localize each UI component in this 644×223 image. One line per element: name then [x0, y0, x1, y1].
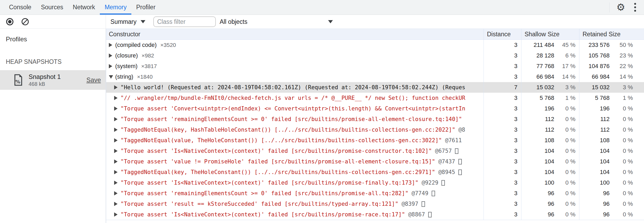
table-row[interactable]: (compiled code)×35203211 48445 %233 5765… — [106, 40, 644, 50]
retained-size-percent: 0 % — [610, 190, 633, 197]
column-header-constructor[interactable]: Constructor — [106, 29, 484, 39]
constructor-cell: "Torque assert 'Convert<uintptr>(endInde… — [106, 103, 484, 114]
table-row[interactable]: "TaggedNotEqual(key, TheHoleConstant()) … — [106, 167, 644, 177]
retained-size-cell: 1040 % — [579, 156, 644, 167]
triangle-right-icon[interactable] — [114, 106, 118, 111]
triangle-right-icon[interactable] — [114, 181, 118, 185]
table-row[interactable]: (string)×1840366 98414 %66 98414 % — [106, 72, 644, 82]
retained-size-cell: 960 % — [579, 199, 644, 209]
triangle-right-icon[interactable] — [114, 191, 118, 195]
grid-header: Constructor Distance Shallow Size Retain… — [106, 29, 644, 40]
snapshot-size: 468 kB — [29, 81, 61, 87]
shallow-size-value: 112 — [521, 126, 554, 133]
table-row[interactable]: "Torque assert 'remainingElementsCount >… — [106, 188, 644, 199]
table-row[interactable]: "Hello world! (Requested at: 2024-08-19T… — [106, 82, 644, 93]
distance-cell: 3 — [484, 188, 521, 199]
triangle-right-icon[interactable] — [114, 212, 118, 217]
triangle-right-icon[interactable] — [114, 202, 118, 206]
column-header-retained-size[interactable]: Retained Size — [579, 29, 644, 39]
distance-cell: 3 — [484, 167, 521, 177]
retained-size-value: 104 — [579, 158, 610, 165]
table-row[interactable]: (closure)×982328 1286 %105 76823 % — [106, 50, 644, 61]
triangle-right-icon[interactable] — [114, 117, 118, 121]
shallow-size-percent: 0 % — [554, 137, 575, 144]
shallow-size-cell: 1000 % — [521, 177, 579, 188]
shallow-size-percent: 0 % — [554, 148, 575, 154]
triangle-right-icon[interactable] — [114, 96, 118, 100]
shallow-size-value: 28 128 — [521, 52, 554, 59]
shallow-size-cell: 960 % — [521, 199, 579, 209]
shallow-size-cell: 28 1286 % — [521, 50, 579, 61]
tabbar-actions: ⚙ — [609, 0, 644, 15]
shallow-size-cell: 1040 % — [521, 146, 579, 156]
constructor-cell: "Torque assert 'remainingElementsCount >… — [106, 114, 484, 124]
table-row[interactable]: "// .wrangler/tmp/bundle-FmNIt0/checked-… — [106, 93, 644, 103]
more-menu-button[interactable] — [632, 2, 638, 13]
shallow-size-cell: 960 % — [521, 209, 579, 220]
string-value: "TaggedNotEqual(key, HashTableHoleConsta… — [120, 127, 455, 133]
table-row[interactable]: "Torque assert 'Is<NativeContext>(contex… — [106, 177, 644, 188]
shallow-size-value: 196 — [521, 105, 554, 112]
shallow-size-percent: 45 % — [554, 42, 575, 48]
table-row[interactable]: "Torque assert 'Is<NativeContext>(contex… — [106, 209, 644, 220]
triangle-right-icon[interactable] — [114, 85, 118, 90]
table-row[interactable]: (system)×3817377 76817 %104 87622 % — [106, 61, 644, 72]
record-icon — [6, 18, 14, 26]
tab-profiler[interactable]: Profiler — [131, 0, 160, 15]
save-snapshot-link[interactable]: Save — [86, 76, 101, 84]
shallow-size-cell: 5 7681 % — [521, 93, 579, 103]
retained-size-cell: 960 % — [579, 188, 644, 199]
column-header-distance[interactable]: Distance — [484, 29, 521, 39]
shallow-size-value: 100 — [521, 179, 554, 186]
svg-text:%: % — [15, 79, 20, 84]
constructor-cell: "Torque assert 'remainingElementsCount >… — [106, 188, 484, 199]
table-row[interactable]: "Torque assert 'remainingElementsCount >… — [106, 114, 644, 124]
triangle-right-icon[interactable] — [109, 64, 112, 68]
missing-glyph-icon — [441, 180, 445, 186]
table-row[interactable]: "TaggedNotEqual(value, TheHoleConstant()… — [106, 135, 644, 146]
retained-size-cell: 233 57650 % — [579, 40, 644, 50]
retained-size-value: 233 576 — [579, 42, 610, 48]
triangle-right-icon[interactable] — [114, 159, 118, 164]
object-id: @6757 — [435, 148, 452, 154]
shallow-size-cell: 1040 % — [521, 156, 579, 167]
shallow-size-value: 211 484 — [521, 42, 554, 48]
string-value: "TaggedNotEqual(value, TheHoleConstant()… — [120, 137, 442, 144]
class-filter-input[interactable] — [153, 16, 216, 27]
shallow-size-percent: 0 % — [554, 158, 575, 165]
settings-button[interactable]: ⚙ — [616, 2, 625, 12]
triangle-right-icon[interactable] — [114, 128, 118, 132]
perspective-select[interactable]: Summary — [110, 18, 145, 25]
triangle-right-icon[interactable] — [114, 138, 118, 142]
tab-console[interactable]: Console — [4, 0, 36, 15]
object-id: @7749 — [412, 190, 428, 197]
table-row[interactable]: "Torque assert 'value != PromiseHole' fa… — [106, 156, 644, 167]
retained-size-value: 66 984 — [579, 73, 610, 80]
column-header-shallow-size[interactable]: Shallow Size — [521, 29, 579, 39]
clear-profiles-button[interactable] — [21, 18, 29, 26]
triangle-right-icon[interactable] — [114, 149, 118, 153]
distance-cell: 3 — [484, 50, 521, 61]
objects-filter-select[interactable]: All objects — [220, 18, 333, 25]
table-row[interactable]: "Torque assert 'Convert<uintptr>(endInde… — [106, 103, 644, 114]
distance-cell: 3 — [484, 61, 521, 72]
table-row[interactable]: "TaggedNotEqual(key, HashTableHoleConsta… — [106, 124, 644, 135]
table-row[interactable]: "Torque assert 'result == kStoreSucceded… — [106, 199, 644, 209]
tab-sources[interactable]: Sources — [36, 0, 68, 15]
retained-size-percent: 3 % — [610, 84, 633, 91]
table-row[interactable]: "Torque assert 'Is<NativeContext>(contex… — [106, 146, 644, 156]
retained-size-percent: 23 % — [610, 52, 633, 59]
retained-size-percent: 22 % — [610, 63, 633, 70]
sidebar-item-snapshot-1[interactable]: % Snapshot 1 468 kB Save — [0, 70, 106, 90]
triangle-right-icon[interactable] — [109, 53, 112, 58]
triangle-right-icon[interactable] — [114, 170, 118, 174]
tab-memory[interactable]: Memory — [100, 0, 131, 15]
shallow-size-value: 15 032 — [521, 84, 554, 91]
tab-network[interactable]: Network — [68, 0, 100, 15]
take-snapshot-button[interactable] — [6, 18, 14, 26]
shallow-size-value: 5 768 — [521, 95, 554, 101]
triangle-down-icon[interactable] — [109, 75, 113, 79]
constructor-cell: "// .wrangler/tmp/bundle-FmNIt0/checked-… — [106, 93, 484, 103]
triangle-right-icon[interactable] — [109, 43, 112, 47]
retained-size-value: 105 768 — [579, 52, 610, 59]
